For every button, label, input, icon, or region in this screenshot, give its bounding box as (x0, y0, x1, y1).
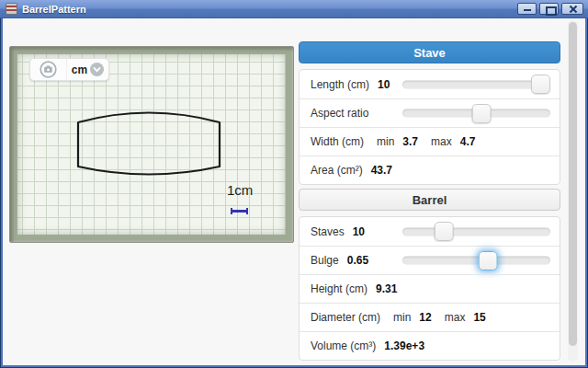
diameter-max-value: 15 (473, 311, 485, 324)
volume-row: Volume (cm³) 1.39e+3 (300, 331, 560, 360)
chevron-down-icon (90, 63, 104, 76)
length-label: Length (cm) (311, 78, 369, 91)
aspect-ratio-slider[interactable] (402, 109, 550, 118)
diameter-min-label: min (393, 311, 411, 324)
bulge-label: Bulge (311, 254, 339, 267)
unit-dropdown[interactable]: cm (67, 59, 108, 80)
length-value: 10 (378, 78, 390, 91)
camera-snapshot-button[interactable] (30, 59, 67, 80)
bulge-slider-thumb[interactable] (479, 251, 498, 270)
stave-drawing-canvas[interactable]: cm 1cm (17, 54, 286, 235)
volume-value: 1.39e+3 (384, 339, 424, 352)
staves-slider[interactable] (402, 227, 550, 236)
length-slider-thumb[interactable] (531, 75, 550, 94)
volume-label: Volume (cm³) (311, 339, 376, 352)
stave-panel: Length (cm) 10 Aspect ratio Width (cm) (299, 69, 560, 185)
close-icon[interactable] (561, 3, 583, 15)
barrel-panel: Staves 10 Bulge 0.65 Heigh (299, 216, 560, 361)
vertical-scrollbar[interactable] (568, 20, 578, 362)
area-value: 43.7 (371, 164, 392, 177)
bulge-value: 0.65 (347, 254, 368, 267)
scrollbar-thumb[interactable] (569, 22, 577, 346)
barrel-icon (6, 3, 17, 15)
window-controls (517, 3, 583, 15)
bulge-slider[interactable] (402, 257, 550, 265)
length-row: Length (cm) 10 (300, 70, 560, 98)
maximize-icon[interactable] (539, 3, 559, 15)
window-frame: cm 1cm Stave Leng (0, 18, 588, 368)
height-value: 9.31 (376, 282, 397, 295)
aspect-ratio-slider-thumb[interactable] (472, 104, 492, 123)
length-slider[interactable] (402, 80, 550, 88)
titlebar: BarrelPattern (0, 0, 588, 18)
area-label: Area (cm²) (311, 164, 363, 177)
staves-value: 10 (353, 225, 365, 238)
stave-section-button[interactable]: Stave (299, 41, 560, 63)
height-label: Height (cm) (311, 282, 368, 295)
width-max-label: max (431, 135, 452, 148)
diameter-row: Diameter (cm) min 12 max 15 (300, 303, 560, 331)
bulge-row: Bulge 0.65 (300, 246, 560, 274)
canvas-frame: cm 1cm (9, 46, 294, 243)
width-min-label: min (377, 135, 394, 148)
minimize-icon[interactable] (517, 3, 537, 15)
area-row: Area (cm²) 43.7 (300, 155, 560, 184)
app-window: BarrelPattern (0, 0, 588, 368)
canvas-toolbar: cm (29, 58, 109, 81)
scale-label: 1cm (227, 182, 253, 198)
width-max-value: 4.7 (460, 135, 476, 148)
diameter-min-value: 12 (419, 311, 431, 324)
window-title: BarrelPattern (22, 4, 86, 15)
content-area: cm 1cm Stave Leng (3, 18, 585, 365)
parameter-panel: Stave Length (cm) 10 Aspect ratio (299, 41, 560, 361)
camera-icon (40, 61, 57, 78)
height-row: Height (cm) 9.31 (300, 274, 560, 303)
aspect-ratio-label: Aspect ratio (311, 107, 368, 120)
barrel-section-button[interactable]: Barrel (299, 189, 560, 211)
diameter-max-label: max (445, 311, 466, 324)
aspect-ratio-row: Aspect ratio (300, 98, 560, 127)
width-label: Width (cm) (311, 135, 364, 148)
diameter-label: Diameter (cm) (311, 311, 380, 324)
scale-bar (231, 208, 248, 214)
unit-dropdown-value: cm (72, 63, 87, 76)
width-row: Width (cm) min 3.7 max 4.7 (300, 127, 560, 155)
staves-label: Staves (311, 225, 345, 238)
stave-outline-path (78, 113, 220, 175)
width-min-value: 3.7 (402, 135, 418, 148)
staves-row: Staves 10 (300, 217, 560, 246)
staves-slider-thumb[interactable] (435, 222, 454, 241)
